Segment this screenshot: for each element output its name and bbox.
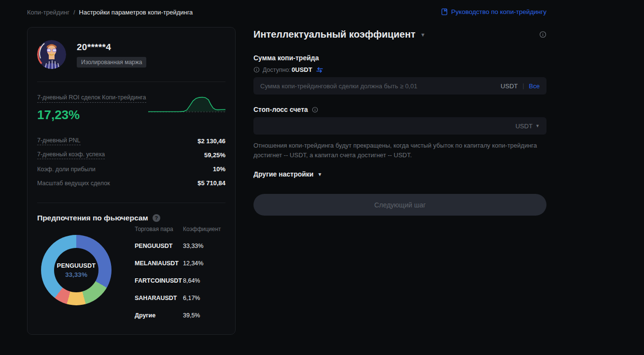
breadcrumb: Копи-трейдинг / Настройки параметров коп… [27,9,193,16]
breadcrumb-separator: / [73,9,75,16]
available-label: Доступно: [263,67,291,73]
info-icon[interactable] [539,31,546,38]
pairs-header-ratio: Коэффициент [183,226,225,232]
guide-link-label: Руководство по копи-трейдингу [451,8,546,15]
pair-ratio: 12,34% [183,260,225,267]
pair-row: MELANIAUSDT 12,34% [135,260,225,267]
pair-name: Другие [135,313,183,319]
other-settings-label: Другие настройки [253,170,313,178]
stat-value: 10% [213,165,225,173]
stoploss-input[interactable] [260,123,511,130]
copy-settings-panel: Интеллектуальный коэффициент ▼ Сумма коп… [253,29,546,216]
all-button[interactable]: Все [529,82,540,90]
stat-row: 7-дневный PNL $2 130,46 [37,134,225,148]
futures-donut-center: PENGUUSDT 33,33% [54,248,98,292]
donut-center-pair: PENGUUSDT [57,262,96,269]
stat-row: Масштаб ведущих сделок $5 710,84 [37,176,225,190]
pair-ratio: 39,5% [183,313,225,319]
pairs-header-pair: Торговая пара [135,226,183,232]
copy-amount-input[interactable] [260,82,496,90]
stat-row: 7-дневный коэф. успеха 59,25% [37,148,225,162]
roi-sparkline [148,95,225,116]
panel-title-label: Интеллектуальный коэффициент [253,29,416,40]
available-value: 0USDT [292,66,312,73]
pair-row: FARTCOINUSDT 8,64% [135,278,225,284]
question-icon[interactable]: ? [153,214,160,222]
strategy-mode-dropdown[interactable]: Интеллектуальный коэффициент ▼ [253,29,425,40]
trader-meta: 20*****4 Изолированная маржа [77,40,146,69]
pair-name: SAHARAUSDT [135,295,183,301]
futures-preferences-title: Предпочтения по фьючерсам [37,214,148,222]
stat-label: 7-дневный PNL [37,137,81,145]
info-icon[interactable] [253,67,260,73]
pair-name: FARTCOINUSDT [135,278,183,284]
pairs-table-header: Торговая пара Коэффициент [135,226,225,232]
pair-row: PENGUUSDT 33,33% [135,243,225,249]
pair-ratio: 6,17% [183,295,225,301]
pair-name: PENGUUSDT [135,243,183,249]
chevron-down-icon: ▼ [317,172,322,177]
trader-username: 20*****4 [77,42,146,53]
stat-value: $5 710,84 [197,179,225,187]
info-icon[interactable] [312,107,318,113]
stoploss-currency-dropdown[interactable]: USDT ▼ [516,123,540,130]
stat-label: Масштаб ведущих сделок [37,180,110,187]
margin-mode-badge: Изолированная маржа [77,57,146,68]
divider [37,82,225,82]
vertical-divider: | [522,82,524,89]
stat-row: Коэф. доли прибыли 10% [37,162,225,176]
breadcrumb-current: Настройки параметров копи-трейдинга [79,9,193,16]
copy-trading-settings-page: Копи-трейдинг / Настройки параметров коп… [0,0,644,355]
roi-value: 17,23% [37,108,146,123]
trader-card: 20*****4 Изолированная маржа 7-дневный R… [27,27,236,335]
pair-row: SAHARAUSDT 6,17% [135,295,225,301]
pair-ratio: 8,64% [183,278,225,284]
pair-ratio: 33,33% [183,243,225,249]
pair-row: Другие 39,5% [135,313,225,319]
stats-list: 7-дневный PNL $2 130,46 7-дневный коэф. … [37,134,225,190]
chevron-down-icon: ▼ [535,123,540,128]
stat-value: 59,25% [204,151,225,159]
pair-name: MELANIAUSDT [135,260,183,267]
stoploss-field: USDT ▼ [253,117,546,135]
pairs-table: Торговая пара Коэффициент PENGUUSDT 33,3… [135,226,225,330]
amount-currency-label: USDT [501,82,518,90]
roi-label: 7-дневный ROI сделок Копи-трейдинга [37,94,146,103]
other-settings-toggle[interactable]: Другие настройки ▼ [253,170,546,178]
stat-label: Коэф. доли прибыли [37,166,96,173]
next-step-button[interactable]: Следующий шаг [253,194,546,216]
book-icon [441,8,448,15]
stat-label: 7-дневный коэф. успеха [37,151,105,159]
stoploss-label: Стоп-лосс счета [253,106,308,113]
stat-value: $2 130,46 [197,137,225,145]
copy-amount-field: USDT | Все [253,77,546,95]
trader-card-header: 20*****4 Изолированная маржа [37,40,225,69]
donut-center-percent: 33,33% [65,271,87,278]
divider [37,203,225,203]
futures-donut: PENGUUSDT 33,33% [41,235,112,305]
roi-block: 7-дневный ROI сделок Копи-трейдинга 17,2… [37,93,225,123]
futures-preferences-body: PENGUUSDT 33,33% Торговая пара Коэффицие… [37,235,225,330]
breadcrumb-link-copy-trading[interactable]: Копи-трейдинг [27,9,70,16]
avatar [37,40,66,69]
termination-note: Отношения копи-трейдинга будут прекращен… [253,141,546,160]
stoploss-currency-label: USDT [516,123,532,130]
guide-link[interactable]: Руководство по копи-трейдингу [441,8,546,15]
available-row: Доступно: 0USDT [253,66,546,73]
transfer-icon[interactable] [316,67,323,73]
chevron-down-icon: ▼ [420,32,426,38]
copy-amount-label: Сумма копи-трейда [253,54,546,62]
